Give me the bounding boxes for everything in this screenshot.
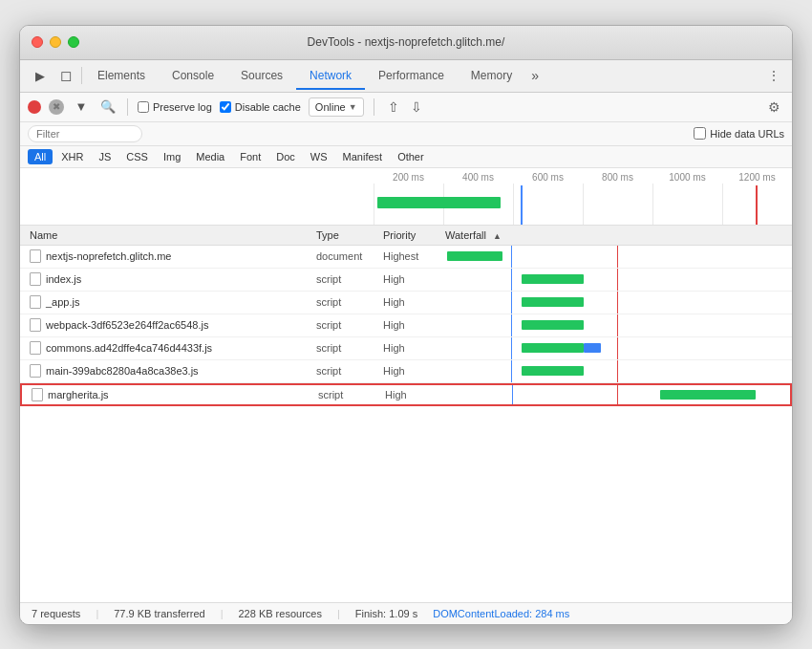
header-waterfall[interactable]: Waterfall ▲ [445, 229, 792, 241]
tabs-bar: ▶ ◻ Elements Console Sources Network Per… [20, 60, 792, 93]
timeline-gridline-3 [583, 184, 584, 225]
tab-sources[interactable]: Sources [227, 63, 296, 90]
tab-elements[interactable]: Elements [84, 63, 159, 90]
cell-name: margherita.js [22, 388, 318, 401]
cell-priority: High [383, 319, 445, 331]
cell-waterfall [445, 337, 792, 359]
file-icon [30, 272, 41, 286]
table-row-highlighted[interactable]: margherita.js script High [20, 383, 792, 406]
waterfall-bar-green [522, 343, 584, 353]
close-button[interactable] [32, 36, 43, 48]
settings-icon[interactable]: ⋮ [763, 65, 784, 86]
dom-content-loaded: DOMContentLoaded: 284 ms [433, 608, 569, 619]
box-icon[interactable]: ◻ [53, 61, 79, 90]
file-icon [30, 364, 41, 378]
cell-name: nextjs-noprefetch.glitch.me [20, 249, 316, 263]
finish-line [756, 185, 758, 225]
cell-waterfall [445, 360, 792, 382]
hide-data-urls-input[interactable] [694, 127, 706, 140]
table-row[interactable]: main-399abc8280a4a8ca38e3.js script High [20, 360, 792, 383]
table-body: nextjs-noprefetch.glitch.me document Hig… [20, 246, 792, 602]
finish-vline [617, 385, 618, 404]
waterfall-timeline: 200 ms 400 ms 600 ms 800 ms 1000 ms 1200… [20, 168, 792, 226]
filter-input[interactable] [28, 125, 142, 142]
minimize-button[interactable] [50, 36, 61, 48]
record-button[interactable] [28, 100, 41, 114]
cell-type: script [316, 365, 383, 377]
domloaded-vline [511, 269, 512, 291]
timeline-label-800: 800 ms [583, 172, 652, 183]
preserve-log-checkbox[interactable]: Preserve log [138, 101, 212, 113]
cell-type: script [316, 273, 383, 285]
requests-count: 7 requests [32, 608, 80, 619]
timeline-bar-document [377, 197, 501, 208]
filter-bar: Hide data URLs [20, 122, 792, 146]
upload-icon[interactable]: ⇧ [384, 97, 403, 117]
disable-cache-input[interactable] [220, 101, 231, 113]
cell-type: document [316, 250, 383, 262]
filter-icon[interactable]: ▼ [72, 97, 91, 117]
online-dropdown[interactable]: Online ▼ [309, 97, 364, 117]
timeline-gridline-0 [374, 184, 374, 225]
disable-cache-checkbox[interactable]: Disable cache [220, 101, 301, 113]
finish-vline [617, 246, 618, 268]
table-row[interactable]: index.js script High [20, 269, 792, 292]
filter-img[interactable]: Img [157, 149, 187, 164]
filter-js[interactable]: JS [92, 149, 118, 164]
waterfall-bar-green [660, 390, 757, 400]
cell-priority: Highest [383, 250, 445, 262]
file-icon [30, 341, 41, 355]
filter-manifest[interactable]: Manifest [336, 149, 390, 164]
import-export-buttons: ⇧ ⇩ [384, 97, 426, 117]
tab-performance[interactable]: Performance [365, 63, 458, 90]
filter-font[interactable]: Font [233, 149, 267, 164]
table-header: Name Type Priority Waterfall ▲ [20, 226, 792, 246]
tab-memory[interactable]: Memory [458, 63, 525, 90]
domloaded-vline [511, 337, 512, 359]
waterfall-bar-green [522, 297, 584, 307]
file-icon [30, 249, 41, 263]
table-row[interactable]: nextjs-noprefetch.glitch.me document Hig… [20, 246, 792, 269]
cell-name: index.js [20, 272, 316, 286]
download-icon[interactable]: ⇩ [407, 97, 426, 117]
header-type[interactable]: Type [316, 229, 383, 241]
tab-network[interactable]: Network [296, 63, 365, 90]
waterfall-bar-green [522, 366, 584, 376]
filter-other[interactable]: Other [391, 149, 431, 164]
stop-button[interactable]: ✖ [49, 99, 64, 115]
timeline-label-1000: 1000 ms [652, 172, 722, 183]
filter-css[interactable]: CSS [119, 149, 155, 164]
waterfall-bar-blue [584, 343, 601, 353]
cursor-icon[interactable]: ▶ [28, 63, 53, 89]
cell-type: script [316, 319, 383, 331]
header-name[interactable]: Name [20, 229, 316, 241]
cell-type: script [318, 389, 385, 400]
table-row[interactable]: _app.js script High [20, 292, 792, 314]
more-tabs-button[interactable]: » [525, 64, 545, 87]
filter-ws[interactable]: WS [304, 149, 334, 164]
finish-vline [617, 292, 618, 314]
cell-priority: High [383, 273, 445, 285]
table-row[interactable]: commons.ad42dffe4ca746d4433f.js script H… [20, 337, 792, 360]
hide-data-urls-checkbox[interactable]: Hide data URLs [694, 127, 784, 140]
sort-arrow-icon: ▲ [493, 231, 502, 241]
filter-all[interactable]: All [28, 149, 53, 164]
filter-types-bar: All XHR JS CSS Img Media Font Doc WS Man… [20, 146, 792, 168]
table-row[interactable]: webpack-3df6523e264ff2ac6548.js script H… [20, 314, 792, 337]
settings-gear-icon[interactable]: ⚙ [763, 97, 784, 118]
domloaded-vline [511, 246, 512, 268]
filter-media[interactable]: Media [189, 149, 231, 164]
preserve-log-input[interactable] [138, 101, 149, 113]
timeline-label-600: 600 ms [513, 172, 583, 183]
domloaded-vline [511, 360, 512, 382]
search-icon[interactable]: 🔍 [98, 97, 118, 117]
header-priority[interactable]: Priority [383, 229, 445, 241]
filter-xhr[interactable]: XHR [54, 149, 90, 164]
timeline-label-400: 400 ms [443, 172, 513, 183]
tab-console[interactable]: Console [159, 63, 227, 90]
cell-waterfall [445, 292, 792, 314]
title-bar: DevTools - nextjs-noprefetch.glitch.me/ [20, 26, 792, 60]
maximize-button[interactable] [68, 36, 79, 48]
cell-priority: High [385, 389, 447, 400]
filter-doc[interactable]: Doc [269, 149, 302, 164]
